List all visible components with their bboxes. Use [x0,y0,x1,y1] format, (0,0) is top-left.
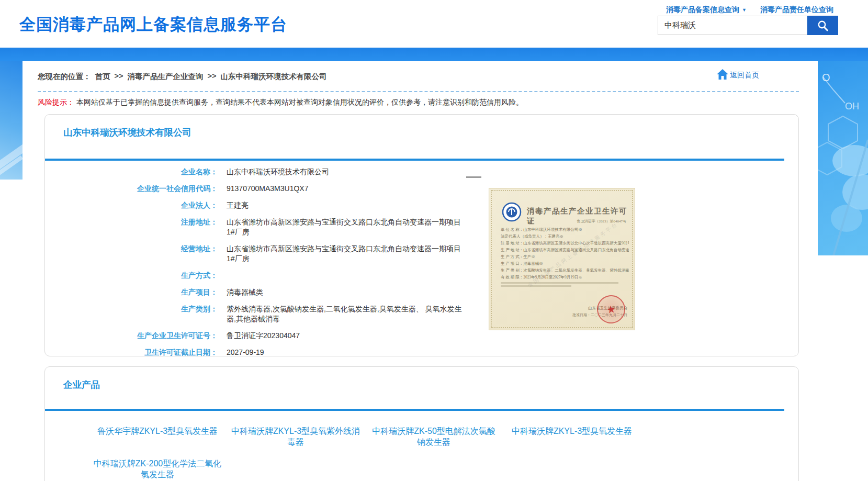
certificate-number: 鲁卫消证字（2023）第04047号 [577,219,627,224]
breadcrumb-separator: >> [115,72,123,82]
company-fields: 企业名称： 山东中科瑞沃环境技术有限公司 企业统一社会信用代码： 9137070… [63,167,471,364]
breadcrumb: 您现在的位置： 首页 >> 消毒产品生产企业查询 >> 山东中科瑞沃环境技术有限… [38,72,326,82]
field-production-category: 生产类别： 紫外线消毒器,次氯酸钠发生器,二氧化氯发生器,臭氧发生器、 臭氧水发… [63,304,471,324]
hygiene-license-certificate-image: 消毒产品生产企业卫生许可证 鲁卫消证字（2023）第04047号 单 位 名 称… [489,188,635,330]
field-credit-code: 企业统一社会信用代码： 91370700MA3M3U1QX7 [63,184,471,194]
product-link[interactable]: 中科瑞沃牌ZK-200型化学法二氧化氯发生器 [92,458,223,480]
return-home-link[interactable]: 返回首页 [716,69,759,80]
field-registered-address: 注册地址： 山东省潍坊市高新区潍安路与宝通街交叉路口东北角自动变速器一期项目1#… [63,217,471,237]
certificate-emblem-icon [502,202,522,222]
company-products-card: 企业产品 鲁沃华宇牌ZKYL-3型臭氧发生器 中科瑞沃牌ZKYL-3型臭氧紫外线… [44,366,799,481]
molecule-oh-label: OH [845,101,859,111]
red-seal-icon: ★ [595,294,627,326]
page-header: 全国消毒产品网上备案信息服务平台 消毒产品备案信息查询 ▼ 消毒产品责任单位查询 [0,0,868,48]
products-card-title: 企业产品 [63,378,100,391]
search-bar [658,16,838,35]
field-license-number: 生产企业卫生许可证号： 鲁卫消证字202304047 [63,331,471,341]
search-button[interactable] [807,16,838,35]
home-icon [716,69,729,80]
search-icon [817,19,829,32]
field-production-project: 生产项目： 消毒器械类 [63,287,471,297]
company-info-card: 山东中科瑞沃环境技术有限公司 企业名称： 山东中科瑞沃环境技术有限公司 企业统一… [44,114,799,356]
certificate-fields: 单 位 名 称：山东中科瑞沃环境技术有限公司※ 法定代表人（或负责人）：王建亮※… [501,226,629,288]
risk-label: 风险提示： [38,98,74,106]
field-business-address: 经营地址： 山东省潍坊市高新区潍安路与宝通街交叉路口东北角自动变速器一期项目1#… [63,244,471,264]
breadcrumb-home[interactable]: 首页 [95,72,110,82]
company-card-title: 山东中科瑞沃环境技术有限公司 [63,126,191,139]
top-nav: 消毒产品备案信息查询 ▼ 消毒产品责任单位查询 [666,5,844,15]
dashed-divider [38,91,799,92]
nav-unit-query-link[interactable]: 消毒产品责任单位查询 [760,5,833,15]
left-background-art [0,61,22,180]
card-title-underline [45,409,784,411]
breadcrumb-current: 山东中科瑞沃环境技术有限公司 [220,72,326,82]
site-title: 全国消毒产品网上备案信息服务平台 [19,14,287,36]
product-link[interactable]: 鲁沃华宇牌ZKYL-3型臭氧发生器 [92,426,223,448]
field-production-mode: 生产方式： [63,271,471,281]
breadcrumb-prefix: 您现在的位置： [38,72,91,82]
field-license-expiry: 卫生许可证截止日期： 2027-09-19 [63,348,471,357]
breadcrumb-separator: >> [207,72,216,82]
certificate-fine-print [501,282,629,288]
card-title-underline [45,159,784,161]
search-input[interactable] [658,16,807,35]
chemistry-background-art: O OH [818,61,868,255]
product-list: 鲁沃华宇牌ZKYL-3型臭氧发生器 中科瑞沃牌ZKYL-3型臭氧紫外线消毒器 中… [92,426,657,480]
product-link[interactable]: 中科瑞沃牌ZK-50型电解法次氯酸钠发生器 [368,426,499,448]
chevron-down-icon: ▼ [742,7,747,13]
breadcrumb-section[interactable]: 消毒产品生产企业查询 [127,72,203,82]
risk-text: 本网站仅基于已掌握的信息提供查询服务，查询结果不代表本网站对被查询对象信用状况的… [76,98,523,106]
risk-notice: 风险提示： 本网站仅基于已掌握的信息提供查询服务，查询结果不代表本网站对被查询对… [38,98,523,107]
main-content: 您现在的位置： 首页 >> 消毒产品生产企业查询 >> 山东中科瑞沃环境技术有限… [22,61,818,481]
nav-filing-query-link[interactable]: 消毒产品备案信息查询 ▼ [666,5,747,15]
product-link[interactable]: 中科瑞沃牌ZKYL-3型臭氧紫外线消毒器 [230,426,361,448]
header-accent-band [0,48,868,61]
certificate-image-dash [466,176,481,178]
field-legal-person: 企业法人： 王建亮 [63,200,471,210]
field-company-name: 企业名称： 山东中科瑞沃环境技术有限公司 [63,167,471,177]
product-link[interactable]: 中科瑞沃牌ZKYL-3型臭氧发生器 [506,426,637,448]
